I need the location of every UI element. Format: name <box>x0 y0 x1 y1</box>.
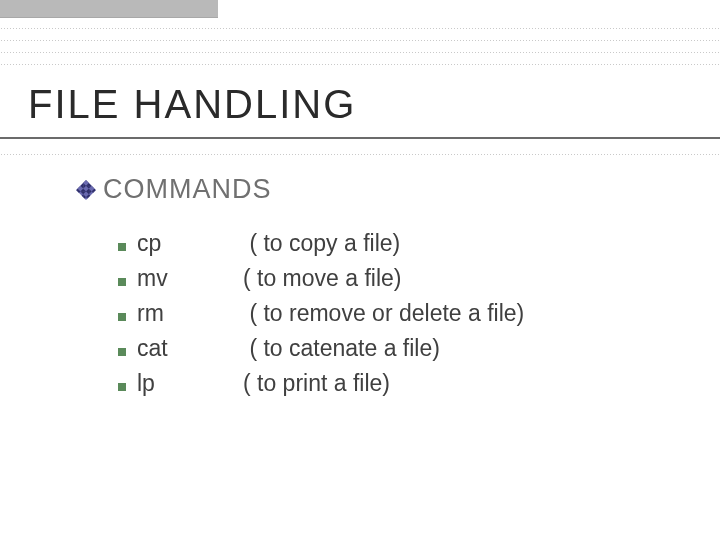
diamond-bullet-icon <box>76 180 96 200</box>
list-item: cp ( to copy a file) <box>118 230 524 257</box>
list-item: cat ( to catenate a file) <box>118 335 524 362</box>
command-name: lp <box>137 370 243 397</box>
slide-title: FILE HANDLING <box>28 82 356 127</box>
dotted-rule <box>0 52 720 53</box>
title-underline <box>0 137 720 139</box>
list-item: lp ( to print a file) <box>118 370 524 397</box>
command-name: rm <box>137 300 243 327</box>
section-heading-text: COMMANDS <box>103 174 272 205</box>
top-accent-bar <box>0 0 218 18</box>
square-bullet-icon <box>118 348 126 356</box>
command-description: ( to copy a file) <box>243 230 400 257</box>
command-name: mv <box>137 265 243 292</box>
dotted-rule <box>0 64 720 65</box>
square-bullet-icon <box>118 278 126 286</box>
command-description: ( to catenate a file) <box>243 335 440 362</box>
dotted-rule <box>0 154 720 155</box>
command-list: cp ( to copy a file) mv ( to move a file… <box>118 230 524 405</box>
command-name: cat <box>137 335 243 362</box>
command-description: ( to remove or delete a file) <box>243 300 524 327</box>
list-item: mv ( to move a file) <box>118 265 524 292</box>
section-heading: COMMANDS <box>79 174 272 205</box>
square-bullet-icon <box>118 383 126 391</box>
dotted-rule <box>0 28 720 29</box>
command-description: ( to move a file) <box>243 265 402 292</box>
dotted-rule <box>0 40 720 41</box>
list-item: rm ( to remove or delete a file) <box>118 300 524 327</box>
square-bullet-icon <box>118 243 126 251</box>
square-bullet-icon <box>118 313 126 321</box>
command-name: cp <box>137 230 243 257</box>
command-description: ( to print a file) <box>243 370 390 397</box>
